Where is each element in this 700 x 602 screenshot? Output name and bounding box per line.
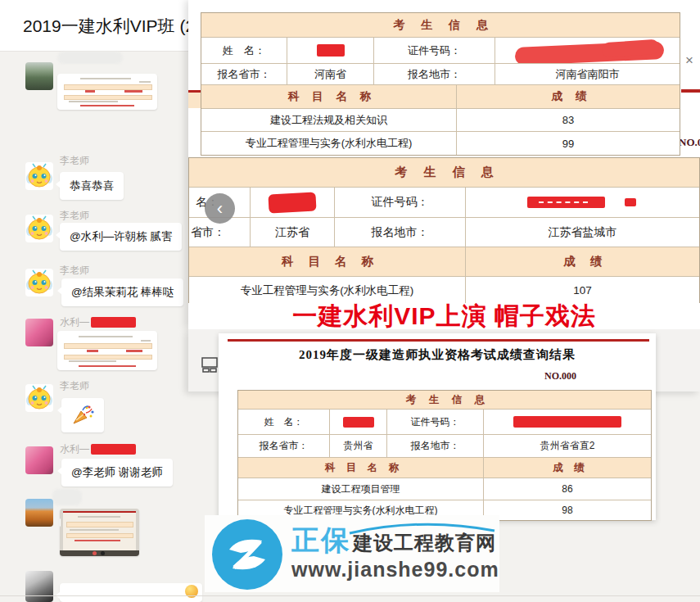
mini-header-band xyxy=(66,533,133,538)
report3-title: 2019年度一级建造师执业资格考试成绩查询结果 xyxy=(219,347,656,363)
report3-province-row: 报名省市： 贵州省 报名地市： 贵州省省直2 xyxy=(238,435,651,458)
mini-title-line xyxy=(78,516,120,518)
redaction-block xyxy=(317,44,345,57)
report1-name-row: 姓 名： 证件号码： xyxy=(201,38,680,64)
report2-name-row: 名： 证件号码： xyxy=(189,188,699,218)
report1-table: 考 生 信 息 姓 名： 证件号码： 报名省市： 河南省 报名地市： 河南省南阳… xyxy=(201,12,680,156)
jianshe99-logo: 正保 建设工程教育网 www.jianshe99.com xyxy=(205,515,499,592)
redaction-block xyxy=(527,197,605,208)
mini-row-line xyxy=(69,360,116,362)
province-value: 河南省 xyxy=(287,64,374,84)
report2-subject-header-row: 科 目 名 称 成 绩 xyxy=(189,247,699,277)
id-value-redacted xyxy=(466,188,699,217)
message-bubble: 恭喜恭喜 xyxy=(60,172,124,200)
logo-site-name: 建设工程教育网 xyxy=(353,530,496,556)
mini-redline xyxy=(63,511,136,513)
subject-name: 建设工程法规及相关知识 xyxy=(201,109,457,131)
province-value: 贵州省 xyxy=(330,435,387,457)
previous-image-button[interactable]: ‹ xyxy=(205,193,235,224)
mini-redaction xyxy=(126,350,142,352)
name-label: 姓 名： xyxy=(201,38,287,63)
avatar[interactable] xyxy=(25,62,53,90)
report1-subject-row: 建设工程法规及相关知识 83 xyxy=(201,109,680,132)
bee-icon xyxy=(25,162,53,190)
subject-header: 科 目 名 称 xyxy=(189,247,466,276)
windows-icon[interactable] xyxy=(201,357,218,376)
report1-subject-header-row: 科 目 名 称 成 绩 xyxy=(201,85,680,109)
subject-score: 98 xyxy=(484,500,651,520)
mini-serial-line xyxy=(139,81,151,83)
subject-header: 科 目 名 称 xyxy=(201,85,457,108)
report3-card: 2019年度一级建造师执业资格考试成绩查询结果 NO.000 考 生 信 息 姓… xyxy=(219,333,656,520)
city-label: 报名地市： xyxy=(335,218,466,247)
party-popper-icon xyxy=(71,405,94,426)
score-header: 成 绩 xyxy=(484,458,651,478)
avatar[interactable] xyxy=(25,499,53,527)
bottom-divider xyxy=(0,595,700,596)
redaction-block xyxy=(268,192,316,213)
sender-name-redacted: 水利— xyxy=(60,315,136,329)
close-icon[interactable]: × xyxy=(680,51,699,70)
id-label: 证件号码： xyxy=(335,188,466,217)
province-value: 江苏省 xyxy=(251,218,335,247)
province-label: 报名省市： xyxy=(238,435,330,457)
report2-tan-sliver xyxy=(188,93,201,108)
subject-score: 99 xyxy=(457,132,680,155)
report3-table: 考 生 信 息 姓 名： 证件号码： 报名省市： 贵州省 报名地市： 贵州省省直… xyxy=(237,390,652,521)
report2-serial: NO.0 xyxy=(679,136,700,149)
id-value-redacted xyxy=(484,410,651,434)
avatar-bee[interactable] xyxy=(25,384,53,412)
mini-red-caption xyxy=(79,365,136,367)
sender-name-prefix: 水利— xyxy=(60,443,89,455)
mini-header-band xyxy=(64,343,152,349)
mini-serial-line xyxy=(141,340,151,342)
info-header: 考 生 信 息 xyxy=(201,13,680,37)
avatar-bee[interactable] xyxy=(25,215,53,242)
name-value-redacted xyxy=(287,38,374,63)
message-bubble: @李老师 谢谢老师 xyxy=(61,459,173,487)
report-photo-thumbnail[interactable] xyxy=(60,509,139,556)
blurred-username xyxy=(57,52,123,64)
city-value: 贵州省省直2 xyxy=(484,435,651,457)
report3-info-header-row: 考 生 信 息 xyxy=(238,391,651,410)
sender-name-redacted: 水利— xyxy=(60,442,136,456)
viewer-caption: 一建水利VIP上演 帽子戏法 xyxy=(188,303,700,329)
mini-row-line xyxy=(69,101,118,102)
chat-group-title: 2019一建水利VIP班 (27) xyxy=(23,15,210,38)
photo-dark-edge xyxy=(60,550,139,556)
mini-header-band xyxy=(64,355,152,360)
name-label: 姓 名： xyxy=(238,410,330,434)
bee-icon xyxy=(25,269,53,296)
mini-redaction xyxy=(85,90,95,93)
avatar[interactable] xyxy=(25,319,53,346)
mini-header-band xyxy=(64,95,152,100)
avatar-bee[interactable] xyxy=(25,269,53,296)
avatar[interactable] xyxy=(25,446,53,474)
report3-name-row: 姓 名： 证件号码： xyxy=(238,410,651,435)
logo-url: www.jianshe99.com xyxy=(291,558,499,582)
mini-header-band xyxy=(64,84,152,90)
id-label: 证件号码： xyxy=(374,38,495,63)
report-image-thumbnail[interactable] xyxy=(57,331,157,370)
report-image-thumbnail[interactable] xyxy=(57,74,157,110)
mini-title-line xyxy=(80,78,131,79)
avatar[interactable] xyxy=(25,571,53,602)
photo-dot-dark xyxy=(101,551,105,555)
id-value-redacted xyxy=(495,38,680,63)
mini-title-line xyxy=(79,336,133,337)
info-header: 考 生 信 息 xyxy=(189,158,699,187)
sender-name: 李老师 xyxy=(60,264,89,278)
bee-icon xyxy=(25,215,53,242)
subject-name: 专业工程管理与实务(水利水电工程) xyxy=(201,132,457,155)
sender-name-prefix: 水利— xyxy=(60,316,89,328)
avatar-bee[interactable] xyxy=(25,162,53,190)
redaction-block xyxy=(513,416,621,428)
report1-subject-row: 专业工程管理与实务(水利水电工程) 99 xyxy=(201,132,680,155)
name-value-redacted xyxy=(330,410,387,434)
report2-table: 考 生 信 息 名： 证件号码： 省市： 江苏省 报名地市： 江苏省盐城市 科 … xyxy=(188,157,700,305)
report3-redline xyxy=(228,339,649,342)
sender-name: 李老师 xyxy=(60,154,89,168)
screen: 2019一建水利VIP班 (27) 李老师 恭喜恭喜 xyxy=(0,0,700,602)
city-label: 报名地市： xyxy=(374,64,495,84)
logo-brand-text: 正保 xyxy=(291,522,350,559)
